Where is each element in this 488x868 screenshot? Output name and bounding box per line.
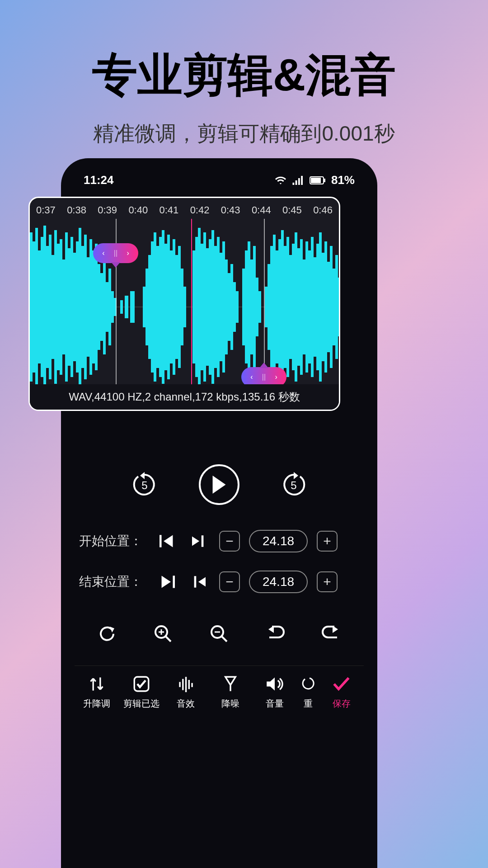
svg-rect-39 bbox=[62, 259, 65, 354]
bottom-bar: 升降调 剪辑已选 音效 降噪 音量 重 保存 bbox=[75, 665, 364, 710]
svg-rect-88 bbox=[220, 253, 222, 361]
play-button[interactable] bbox=[199, 464, 239, 505]
ruler-tick: 0:43 bbox=[221, 204, 240, 216]
zoom-out-button[interactable] bbox=[206, 620, 233, 647]
svg-rect-123 bbox=[322, 253, 324, 361]
svg-rect-125 bbox=[327, 262, 330, 352]
grip-icon: || bbox=[114, 249, 117, 257]
refresh-button[interactable] bbox=[94, 620, 121, 647]
waveform-panel[interactable]: 0:37 0:38 0:39 0:40 0:41 0:42 0:43 0:44 … bbox=[28, 197, 340, 411]
pitch-button[interactable]: 升降调 bbox=[75, 675, 119, 710]
svg-rect-80 bbox=[198, 228, 201, 386]
svg-rect-117 bbox=[305, 241, 308, 373]
svg-rect-110 bbox=[286, 237, 289, 377]
end-decrement-button[interactable]: − bbox=[219, 571, 240, 592]
svg-rect-61 bbox=[130, 291, 135, 323]
svg-rect-3 bbox=[301, 176, 303, 185]
ruler-tick: 0:39 bbox=[98, 204, 117, 216]
svg-rect-9 bbox=[160, 535, 162, 547]
svg-rect-55 bbox=[106, 282, 108, 332]
volume-button[interactable]: 音量 bbox=[253, 675, 297, 710]
svg-rect-101 bbox=[258, 291, 261, 323]
playhead[interactable] bbox=[191, 219, 192, 395]
svg-rect-1 bbox=[296, 180, 297, 185]
svg-rect-114 bbox=[297, 248, 300, 366]
battery-icon bbox=[310, 176, 326, 184]
ruler-tick: 0:44 bbox=[252, 204, 271, 216]
svg-rect-35 bbox=[52, 255, 54, 359]
reset-button[interactable]: 重 bbox=[297, 675, 319, 710]
start-increment-button[interactable]: + bbox=[317, 531, 338, 552]
svg-rect-118 bbox=[308, 250, 311, 363]
trim-button[interactable]: 剪辑已选 bbox=[119, 675, 163, 710]
time-ruler: 0:37 0:38 0:39 0:40 0:41 0:42 0:43 0:44 … bbox=[30, 198, 339, 219]
svg-rect-128 bbox=[335, 255, 338, 359]
ruler-tick: 0:46 bbox=[313, 204, 333, 216]
svg-rect-91 bbox=[228, 273, 230, 341]
chevron-left-icon: ‹ bbox=[102, 249, 104, 257]
trim-label: 剪辑已选 bbox=[123, 698, 160, 710]
denoise-button[interactable]: 降噪 bbox=[208, 675, 252, 710]
start-value[interactable]: 24.18 bbox=[249, 530, 308, 552]
svg-rect-76 bbox=[181, 269, 183, 345]
ruler-tick: 0:40 bbox=[128, 204, 148, 216]
svg-rect-10 bbox=[202, 535, 204, 547]
svg-rect-97 bbox=[248, 241, 250, 373]
svg-rect-65 bbox=[151, 241, 154, 373]
svg-rect-122 bbox=[319, 232, 322, 382]
svg-rect-129 bbox=[338, 278, 340, 336]
step-forward-icon[interactable] bbox=[188, 535, 210, 547]
fx-button[interactable]: 音效 bbox=[164, 675, 208, 710]
svg-rect-5 bbox=[311, 178, 321, 183]
signal-icon bbox=[292, 176, 304, 185]
svg-rect-126 bbox=[330, 246, 333, 368]
svg-rect-71 bbox=[167, 235, 170, 379]
svg-rect-87 bbox=[217, 237, 220, 377]
svg-rect-73 bbox=[173, 239, 175, 375]
save-button[interactable]: 保存 bbox=[319, 675, 364, 710]
svg-rect-6 bbox=[324, 179, 325, 182]
svg-rect-27 bbox=[30, 232, 33, 382]
undo-button[interactable] bbox=[262, 620, 289, 647]
end-value[interactable]: 24.18 bbox=[249, 571, 308, 593]
selection-start-handle[interactable]: ‹ || › bbox=[93, 243, 138, 263]
svg-rect-124 bbox=[324, 241, 327, 373]
tool-row bbox=[75, 620, 364, 647]
svg-rect-79 bbox=[195, 237, 198, 377]
zoom-in-button[interactable] bbox=[150, 620, 177, 647]
svg-rect-115 bbox=[300, 239, 303, 375]
svg-rect-94 bbox=[236, 291, 239, 323]
svg-rect-74 bbox=[175, 255, 178, 359]
rewind-5-button[interactable]: 5 bbox=[131, 471, 158, 498]
wifi-icon bbox=[274, 175, 287, 185]
svg-rect-104 bbox=[270, 246, 273, 368]
step-back-icon[interactable] bbox=[188, 576, 210, 588]
svg-rect-108 bbox=[281, 230, 284, 384]
ruler-tick: 0:42 bbox=[190, 204, 210, 216]
svg-rect-78 bbox=[192, 250, 195, 363]
waveform-area[interactable]: ‹ || › ‹ || › bbox=[30, 219, 339, 395]
svg-rect-62 bbox=[143, 287, 145, 327]
redo-button[interactable] bbox=[318, 620, 345, 647]
file-info: WAV,44100 HZ,2 channel,172 kbps,135.16 秒… bbox=[30, 384, 339, 410]
svg-rect-42 bbox=[70, 237, 73, 377]
svg-rect-21 bbox=[179, 682, 181, 687]
svg-rect-56 bbox=[108, 269, 111, 345]
end-increment-button[interactable]: + bbox=[317, 571, 338, 592]
svg-rect-23 bbox=[185, 677, 187, 692]
svg-rect-103 bbox=[267, 264, 270, 350]
svg-rect-25 bbox=[192, 683, 193, 687]
equalizer-icon bbox=[178, 675, 194, 693]
svg-rect-68 bbox=[159, 237, 162, 377]
grip-icon: || bbox=[262, 373, 266, 381]
skip-end-icon[interactable] bbox=[156, 576, 178, 588]
svg-rect-47 bbox=[84, 235, 87, 379]
svg-rect-36 bbox=[54, 230, 57, 384]
chevron-right-icon: › bbox=[275, 373, 277, 381]
skip-start-icon[interactable] bbox=[156, 535, 178, 547]
start-decrement-button[interactable]: − bbox=[219, 531, 240, 552]
svg-rect-37 bbox=[57, 244, 60, 370]
svg-rect-102 bbox=[265, 287, 267, 327]
svg-rect-100 bbox=[256, 278, 258, 336]
forward-5-button[interactable]: 5 bbox=[280, 471, 307, 498]
